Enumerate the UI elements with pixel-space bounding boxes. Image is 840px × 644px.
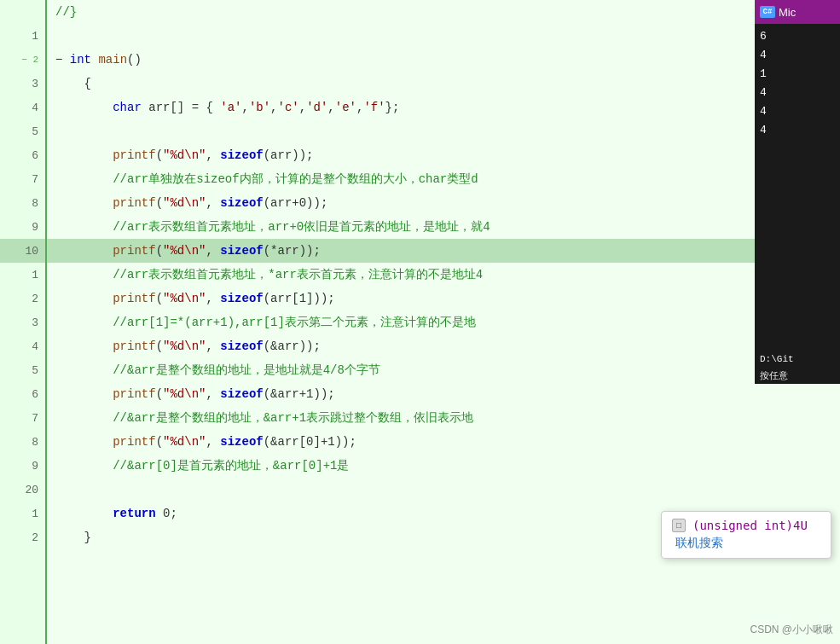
code-text: printf	[113, 387, 155, 401]
code-text: "%d\n"	[163, 435, 206, 449]
code-text	[55, 435, 113, 449]
code-text: "%d\n"	[163, 387, 206, 401]
code-text: (arr[1]));	[264, 292, 335, 305]
code-text: ,	[270, 101, 277, 114]
code-text: −	[55, 53, 70, 67]
code-text: ,	[356, 101, 363, 114]
code-text: ,	[206, 387, 220, 401]
code-text: {	[55, 77, 91, 90]
line-num: 2	[0, 287, 45, 310]
code-line-6: printf ( "%d\n" , sizeof (arr));	[47, 143, 840, 167]
code-text: "%d\n"	[163, 292, 206, 305]
code-text: //&arr[0]是首元素的地址，&arr[0]+1是	[113, 458, 349, 473]
code-line-20	[47, 478, 840, 502]
code-text: (arr));	[264, 148, 314, 162]
code-line-17: //&arr是整个数组的地址，&arr+1表示跳过整个数组，依旧表示地	[47, 406, 840, 430]
code-text: "%d\n"	[163, 148, 206, 162]
line-num: 1	[0, 263, 45, 287]
terminal-path: D:\Git	[755, 351, 840, 368]
code-text: "%d\n"	[163, 196, 206, 210]
code-text	[55, 196, 113, 210]
code-text: //arr单独放在sizeof内部，计算的是整个数组的大小，char类型d	[113, 171, 478, 187]
line-numbers: 1 − 2 3 4 5 6 7 8 9 10 1 2 3 4 5 6 7 8 9…	[0, 0, 47, 644]
code-text: return	[113, 507, 155, 520]
code-text: ,	[299, 101, 306, 114]
code-line-11: //arr表示数组首元素地址，*arr表示首元素，注意计算的不是地址4	[47, 263, 840, 287]
code-text: (&arr[0]+1));	[264, 435, 356, 449]
code-text: (&arr));	[264, 339, 321, 353]
line-num: 5	[0, 119, 45, 143]
tooltip-search-link[interactable]: 联机搜索	[672, 536, 820, 551]
code-text: (*arr));	[264, 244, 321, 258]
code-text: ()	[127, 53, 142, 67]
code-text: (	[156, 148, 163, 162]
line-num: 7	[0, 167, 45, 191]
code-text: 'a'	[220, 101, 241, 114]
code-line-8: printf ( "%d\n" , sizeof (arr+0));	[47, 191, 840, 215]
code-line-0: //}	[47, 0, 840, 24]
code-text	[55, 268, 113, 281]
code-text	[55, 172, 113, 186]
terminal-output: 6 4 1 4 4 4	[755, 24, 840, 351]
code-text: "%d\n"	[163, 244, 206, 258]
terminal-panel: C# Mic 6 4 1 4 4 4 D:\Git 按任意	[755, 0, 840, 384]
code-text: (	[156, 196, 163, 210]
code-text: int	[70, 53, 99, 67]
code-line-12: printf ( "%d\n" , sizeof (arr[1]));	[47, 287, 840, 310]
code-line-10: printf ( "%d\n" , sizeof (*arr));	[47, 239, 840, 263]
code-line-9: //arr表示数组首元素地址，arr+0依旧是首元素的地址，是地址，就4	[47, 215, 840, 239]
code-text	[55, 507, 113, 520]
code-text: 'c'	[278, 101, 299, 114]
code-text: sizeof	[220, 339, 263, 353]
code-text: //arr表示数组首元素地址，*arr表示首元素，注意计算的不是地址4	[113, 267, 483, 282]
terminal-icon-text: C#	[763, 8, 773, 16]
line-num: 9	[0, 215, 45, 239]
editor-container: 1 − 2 3 4 5 6 7 8 9 10 1 2 3 4 5 6 7 8 9…	[0, 0, 840, 644]
code-text: (	[156, 387, 163, 401]
line-num: 3	[0, 310, 45, 334]
code-text: };	[385, 101, 400, 114]
code-text: //&arr是整个数组的地址，是地址就是4/8个字节	[113, 363, 380, 378]
code-text	[55, 459, 113, 473]
code-text: (	[156, 292, 163, 305]
code-text: ,	[206, 148, 220, 162]
terminal-header: C# Mic	[755, 0, 840, 24]
tooltip-symbol-icon: □	[672, 519, 686, 532]
code-text	[55, 316, 113, 329]
code-text: printf	[113, 292, 155, 305]
code-line-19: //&arr[0]是首元素的地址，&arr[0]+1是	[47, 454, 840, 478]
code-line-13: //arr[1]=*(arr+1),arr[1]表示第二个元素，注意计算的不是地	[47, 310, 840, 334]
code-line-4: char arr[] = { 'a' , 'b' , 'c' , 'd' , '…	[47, 96, 840, 119]
line-num: 1	[0, 24, 45, 48]
line-num	[0, 0, 45, 24]
code-text: //arr[1]=*(arr+1),arr[1]表示第二个元素，注意计算的不是地	[113, 315, 476, 330]
code-line-2: − int main ()	[47, 48, 840, 72]
code-text	[55, 101, 113, 114]
terminal-press-text: 按任意	[760, 371, 788, 381]
line-num: 7	[0, 406, 45, 430]
code-text: "%d\n"	[163, 339, 206, 353]
line-num: 6	[0, 143, 45, 167]
line-num: 20	[0, 478, 45, 502]
code-text	[55, 363, 113, 377]
line-num: 4	[0, 96, 45, 119]
line-num: 8	[0, 430, 45, 454]
line-num: 4	[0, 334, 45, 358]
line-num: 8	[0, 191, 45, 215]
code-text: (	[156, 435, 163, 449]
code-text: (	[156, 339, 163, 353]
code-line-7: //arr单独放在sizeof内部，计算的是整个数组的大小，char类型d	[47, 167, 840, 191]
code-text	[55, 411, 113, 425]
line-num: 9	[0, 454, 45, 478]
code-text: }	[55, 531, 91, 544]
code-line-14: printf ( "%d\n" , sizeof (&arr));	[47, 334, 840, 358]
code-line-16: printf ( "%d\n" , sizeof (&arr+1));	[47, 382, 840, 406]
code-text: printf	[113, 196, 155, 210]
code-text: main	[98, 53, 127, 67]
line-num: − 2	[0, 48, 45, 72]
terminal-line: 1	[760, 65, 835, 84]
code-line-3: {	[47, 72, 840, 96]
code-text	[55, 220, 113, 234]
terminal-line: 6	[760, 27, 835, 46]
code-text: ,	[206, 244, 220, 258]
